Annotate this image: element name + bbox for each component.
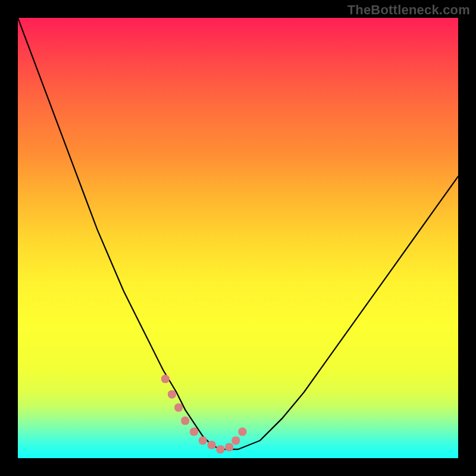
marker-dot (161, 375, 170, 383)
marker-dot (199, 436, 207, 444)
marker-dot (208, 441, 216, 449)
marker-dot (216, 445, 224, 453)
watermark-text: TheBottleneck.com (347, 2, 470, 18)
marker-dot (231, 436, 240, 444)
marker-dot (225, 443, 233, 452)
bottleneck-highlight-markers (161, 375, 247, 453)
marker-dot (190, 428, 198, 436)
chart-frame: TheBottleneck.com (0, 0, 476, 476)
plot-area (18, 18, 458, 458)
marker-dot (181, 416, 189, 425)
bottleneck-curve (18, 18, 458, 449)
marker-dot (174, 403, 183, 412)
marker-dot (238, 428, 246, 436)
curve-layer (18, 18, 458, 458)
marker-dot (168, 390, 176, 399)
